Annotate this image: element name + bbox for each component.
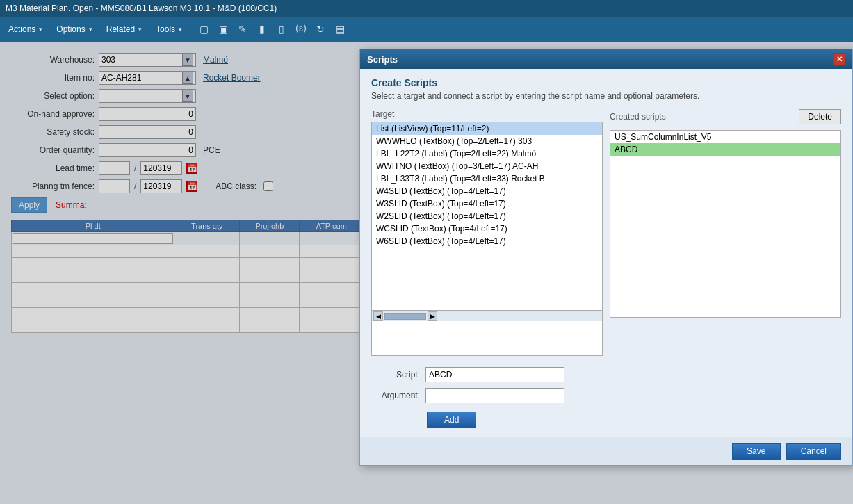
target-list-item[interactable]: LBL_L22T2 (Label) (Top=2/Left=22) Malmö bbox=[372, 147, 602, 160]
scripts-dialog: Scripts ✕ Create Scripts Select a target… bbox=[359, 49, 853, 466]
script-input[interactable] bbox=[425, 367, 564, 382]
target-list-item[interactable]: W2SLID (TextBox) (Top=4/Left=17) bbox=[372, 210, 602, 222]
related-chevron-icon: ▾ bbox=[138, 26, 142, 33]
target-list-item[interactable]: WWWHLO (TextBox) (Top=2/Left=17) 303 bbox=[372, 135, 602, 147]
paste-icon[interactable]: ▯ bbox=[274, 22, 289, 37]
script-label: Script: bbox=[371, 370, 420, 380]
title-text: M3 Material Plan. Open - MMS080/B1 Lawso… bbox=[6, 3, 277, 13]
created-list-item[interactable]: US_SumColumnInList_V5 bbox=[610, 131, 840, 143]
menu-options[interactable]: Options ▾ bbox=[51, 22, 97, 37]
create-scripts-title: Create Scripts bbox=[371, 77, 841, 88]
argument-row: Argument: bbox=[371, 388, 841, 403]
title-bar: M3 Material Plan. Open - MMS080/B1 Lawso… bbox=[0, 0, 853, 17]
settings-icon[interactable]: ▤ bbox=[332, 22, 348, 37]
menu-related[interactable]: Related ▾ bbox=[101, 22, 147, 37]
add-button[interactable]: Add bbox=[427, 412, 476, 428]
scroll-left-icon[interactable]: ◀ bbox=[373, 311, 383, 321]
created-list[interactable]: US_SumColumnInList_V5ABCD bbox=[610, 130, 841, 318]
created-scripts-column: Created scripts Delete US_SumColumnInLis… bbox=[610, 109, 841, 356]
new-icon[interactable]: ▢ bbox=[196, 22, 211, 37]
modal-overlay: Scripts ✕ Create Scripts Select a target… bbox=[0, 42, 853, 504]
target-list-item[interactable]: WWITNO (TextBox) (Top=3/Left=17) AC-AH bbox=[372, 160, 602, 172]
target-column: Target List (ListView) (Top=11/Left=2)WW… bbox=[371, 109, 603, 356]
open-icon[interactable]: ▣ bbox=[216, 22, 231, 37]
dialog-footer: Save Cancel bbox=[360, 437, 852, 465]
target-list-item[interactable]: W4SLID (TextBox) (Top=4/Left=17) bbox=[372, 185, 602, 197]
scroll-right-icon[interactable]: ▶ bbox=[428, 311, 437, 321]
script-row: Script: bbox=[371, 367, 841, 382]
copy-icon[interactable]: ▮ bbox=[254, 22, 270, 37]
cancel-icon[interactable]: ⒮ bbox=[293, 22, 309, 37]
actions-chevron-icon: ▾ bbox=[39, 26, 42, 33]
script-form: Script: Argument: Add bbox=[371, 367, 841, 428]
hscroll-thumb[interactable] bbox=[384, 313, 426, 320]
two-column-area: Target List (ListView) (Top=11/Left=2)WW… bbox=[371, 109, 841, 356]
main-content: Warehouse: 303 ▼ Malmö Item no: AC-AH281… bbox=[0, 42, 853, 504]
dialog-close-button[interactable]: ✕ bbox=[833, 53, 845, 65]
tools-chevron-icon: ▾ bbox=[179, 26, 182, 33]
options-chevron-icon: ▾ bbox=[89, 26, 92, 33]
target-list-item[interactable]: W6SLID (TextBox) (Top=4/Left=17) bbox=[372, 235, 602, 247]
created-list-item[interactable]: ABCD bbox=[610, 143, 840, 156]
argument-label: Argument: bbox=[371, 391, 420, 400]
dialog-body: Create Scripts Select a target and conne… bbox=[360, 69, 852, 437]
menu-bar: Actions ▾ Options ▾ Related ▾ Tools ▾ ▢ … bbox=[0, 17, 853, 42]
edit-icon[interactable]: ✎ bbox=[235, 22, 250, 37]
target-list-container: List (ListView) (Top=11/Left=2)WWWHLO (T… bbox=[371, 122, 603, 356]
argument-input[interactable] bbox=[425, 388, 564, 403]
toolbar: ▢ ▣ ✎ ▮ ▯ ⒮ ↻ ▤ bbox=[190, 22, 353, 37]
delete-button[interactable]: Delete bbox=[799, 109, 841, 124]
target-list-item[interactable]: WCSLID (TextBox) (Top=4/Left=17) bbox=[372, 222, 602, 235]
target-hscroll: ◀ ▶ bbox=[372, 310, 602, 321]
target-column-label: Target bbox=[371, 109, 603, 119]
menu-tools[interactable]: Tools ▾ bbox=[150, 22, 188, 37]
target-list[interactable]: List (ListView) (Top=11/Left=2)WWWHLO (T… bbox=[372, 122, 602, 310]
target-list-item[interactable]: W3SLID (TextBox) (Top=4/Left=17) bbox=[372, 197, 602, 210]
target-list-item[interactable]: List (ListView) (Top=11/Left=2) bbox=[372, 122, 602, 135]
save-button[interactable]: Save bbox=[732, 443, 781, 460]
dialog-title: Scripts bbox=[367, 54, 398, 65]
refresh-icon[interactable]: ↻ bbox=[313, 22, 328, 37]
target-list-item[interactable]: LBL_L33T3 (Label) (Top=3/Left=33) Rocket… bbox=[372, 172, 602, 185]
menu-actions[interactable]: Actions ▾ bbox=[3, 22, 48, 37]
dialog-title-bar: Scripts ✕ bbox=[360, 49, 852, 69]
created-scripts-label: Created scripts bbox=[610, 112, 666, 122]
create-scripts-desc: Select a target and connect a script by … bbox=[371, 91, 841, 101]
cancel-button[interactable]: Cancel bbox=[786, 443, 841, 460]
